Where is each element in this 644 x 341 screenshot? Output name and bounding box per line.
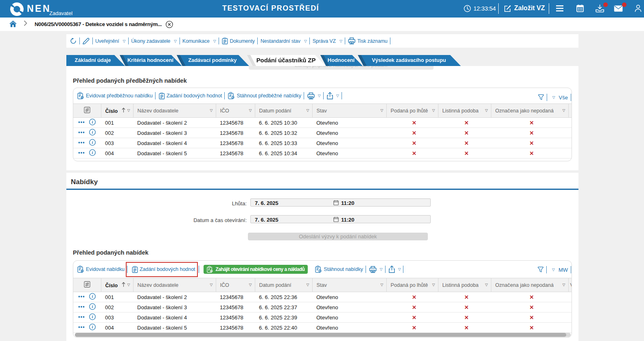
svg-text:i: i [92,294,93,299]
svg-text:i: i [92,315,93,319]
svg-text:i: i [92,325,93,329]
svg-text:i: i [92,120,93,124]
svg-text:i: i [92,150,93,155]
svg-text:i: i [92,130,93,134]
svg-text:i: i [92,140,93,145]
svg-text:i: i [92,304,93,309]
